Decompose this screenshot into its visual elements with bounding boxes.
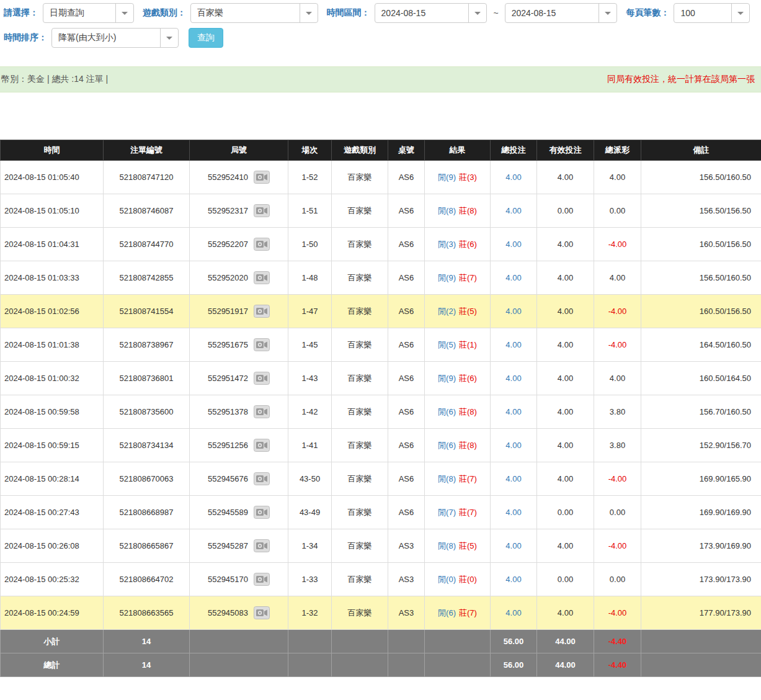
- replay-icon[interactable]: [254, 238, 270, 251]
- total-bet-link[interactable]: 4.00: [505, 307, 521, 316]
- empty-cell: [190, 653, 288, 677]
- remark-cell: 169.90/169.90: [641, 496, 761, 529]
- total-bet-link[interactable]: 4.00: [505, 340, 521, 349]
- chevron-down-icon[interactable]: [300, 4, 318, 22]
- round-cell: 552952317: [190, 194, 288, 228]
- result-cell: 閒(2)莊(5): [425, 295, 491, 328]
- total-bet-link[interactable]: 4.00: [505, 508, 521, 517]
- total-bet-link[interactable]: 4.00: [505, 474, 521, 483]
- round-number: 552952317: [208, 206, 248, 215]
- chevron-down-icon[interactable]: [599, 4, 616, 22]
- round-cell: 552945083: [190, 596, 288, 630]
- bet-id-cell: 521808665867: [104, 529, 190, 563]
- replay-icon[interactable]: [254, 606, 270, 619]
- chevron-down-icon[interactable]: [160, 29, 178, 47]
- query-button[interactable]: 查詢: [189, 28, 223, 48]
- bet-id-cell: 521808744770: [104, 228, 190, 261]
- table-row: 2024-08-15 00:27:43521808668987552945589…: [1, 496, 761, 529]
- payout-cell: 0.00: [594, 194, 641, 228]
- player-result: 閒(9): [438, 273, 456, 282]
- replay-icon[interactable]: [254, 405, 270, 418]
- game-type-cell: 百家樂: [332, 161, 388, 194]
- page-size-select[interactable]: 100: [674, 3, 750, 23]
- round-number: 552951917: [208, 307, 248, 316]
- total-bet-link[interactable]: 4.00: [505, 541, 521, 550]
- summary-valid-bet: 44.00: [537, 630, 594, 653]
- bet-id-cell: 521808747120: [104, 161, 190, 194]
- filter-bar: 請選擇： 日期查詢 遊戲類別： 百家樂 時間區間： 2024-08-15 ~ 2…: [0, 0, 761, 48]
- total-bet-link[interactable]: 4.00: [505, 441, 521, 450]
- total-bet-link[interactable]: 4.00: [505, 575, 521, 584]
- banker-result: 莊(1): [459, 340, 477, 349]
- bet-id-cell: 521808738967: [104, 328, 190, 362]
- replay-icon[interactable]: [254, 271, 270, 284]
- replay-icon[interactable]: [254, 573, 270, 586]
- column-header: 備註: [641, 140, 761, 161]
- query-type-select[interactable]: 日期查詢: [43, 3, 134, 23]
- valid-bet-cell: 4.00: [537, 161, 594, 194]
- empty-cell: [641, 630, 761, 653]
- chevron-down-icon[interactable]: [731, 4, 749, 22]
- time-cell: 2024-08-15 00:59:58: [1, 395, 104, 429]
- chevron-down-icon[interactable]: [115, 4, 133, 22]
- banker-result: 莊(7): [459, 474, 477, 483]
- player-result: 閒(0): [438, 575, 456, 584]
- replay-icon[interactable]: [254, 472, 270, 485]
- total-bet-link[interactable]: 4.00: [505, 240, 521, 249]
- total-bet-link[interactable]: 4.00: [505, 273, 521, 282]
- total-bet-cell: 4.00: [491, 529, 537, 563]
- total-bet-link[interactable]: 4.00: [505, 374, 521, 383]
- result-cell: 閒(8)莊(7): [425, 462, 491, 496]
- round-cell: 552951917: [190, 295, 288, 328]
- session-cell: 43-49: [288, 496, 332, 529]
- round-cell: 552945287: [190, 529, 288, 563]
- replay-icon[interactable]: [254, 372, 270, 385]
- game-type-cell: 百家樂: [332, 295, 388, 328]
- game-type-value: 百家樂: [191, 4, 300, 22]
- remark-cell: 173.90/169.90: [641, 529, 761, 563]
- total-bet-cell: 4.00: [491, 462, 537, 496]
- time-cell: 2024-08-15 00:25:32: [1, 563, 104, 596]
- empty-cell: [425, 630, 491, 653]
- replay-icon[interactable]: [254, 539, 270, 552]
- total-bet-link[interactable]: 4.00: [505, 608, 521, 617]
- replay-icon[interactable]: [254, 171, 270, 184]
- game-type-label: 遊戲類別：: [143, 7, 186, 19]
- round-number: 552951675: [208, 340, 248, 349]
- round-cell: 552951378: [190, 395, 288, 429]
- date-to-select[interactable]: 2024-08-15: [505, 3, 618, 23]
- round-cell: 552951256: [190, 429, 288, 462]
- total-bet-cell: 4.00: [491, 429, 537, 462]
- remark-cell: 160.50/156.50: [641, 295, 761, 328]
- round-cell: 552945589: [190, 496, 288, 529]
- replay-icon[interactable]: [254, 305, 270, 318]
- total-bet-link[interactable]: 4.00: [505, 407, 521, 416]
- valid-bet-cell: 4.00: [537, 429, 594, 462]
- bet-id-cell: 521808663565: [104, 596, 190, 630]
- table-row: 2024-08-15 01:03:33521808742855552952020…: [1, 261, 761, 295]
- payout-cell: -4.00: [594, 529, 641, 563]
- round-cell: 552951472: [190, 362, 288, 395]
- chevron-down-icon[interactable]: [468, 4, 486, 22]
- game-type-cell: 百家樂: [332, 496, 388, 529]
- round-number: 552951472: [208, 374, 248, 383]
- valid-bet-cell: 4.00: [537, 596, 594, 630]
- valid-bet-cell: 4.00: [537, 295, 594, 328]
- total-bet-link[interactable]: 4.00: [505, 206, 521, 215]
- replay-icon[interactable]: [254, 338, 270, 351]
- replay-icon[interactable]: [254, 439, 270, 452]
- summary-row: 小計1456.0044.00-4.40: [1, 630, 761, 653]
- bet-id-cell: 521808735600: [104, 395, 190, 429]
- round-number: 552951256: [208, 441, 248, 450]
- session-cell: 1-34: [288, 529, 332, 563]
- payout-cell: 0.00: [594, 496, 641, 529]
- replay-icon[interactable]: [254, 204, 270, 217]
- replay-icon[interactable]: [254, 506, 270, 519]
- game-type-select[interactable]: 百家樂: [190, 3, 318, 23]
- result-cell: 閒(6)莊(8): [425, 395, 491, 429]
- sort-select[interactable]: 降冪(由大到小): [51, 28, 179, 48]
- summary-label: 總計: [1, 653, 104, 677]
- date-from-select[interactable]: 2024-08-15: [375, 3, 487, 23]
- result-cell: 閒(9)莊(7): [425, 261, 491, 295]
- total-bet-link[interactable]: 4.00: [505, 173, 521, 182]
